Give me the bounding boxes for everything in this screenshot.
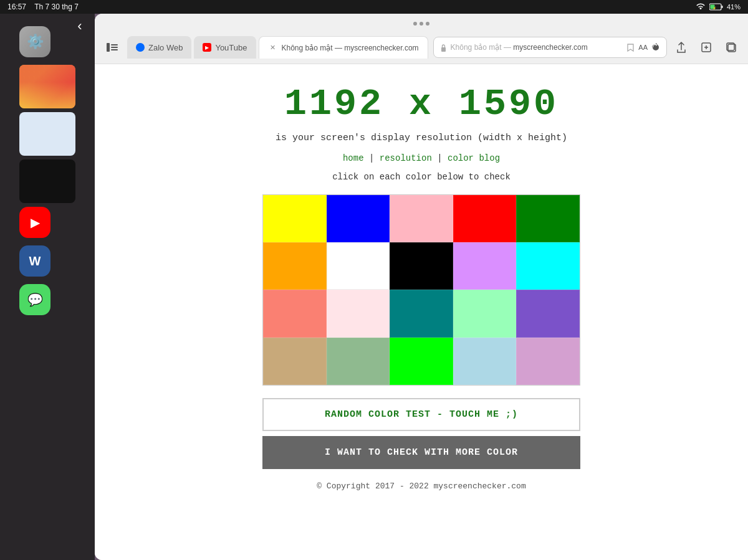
toolbar-actions [672,38,741,57]
wifi-icon [696,3,706,11]
svg-rect-1 [721,6,722,8]
color-cell-lime[interactable] [390,338,453,385]
nav-color-blog[interactable]: color blog [448,153,500,163]
youtube-tab-icon: ▶ [203,43,211,52]
svg-rect-8 [441,47,446,52]
app-thumb-dark[interactable] [19,159,75,203]
resolution-display: 1192 x 1590 [147,83,696,125]
color-cell-cyan[interactable] [516,242,580,290]
app-icon-settings[interactable]: ⚙️ [19,26,50,57]
color-cell-orange[interactable] [263,242,327,290]
reload-icon[interactable] [651,43,660,52]
color-cell-lightblue[interactable] [453,338,517,385]
nav-resolution[interactable]: resolution [380,153,432,163]
color-cell-lavender[interactable] [453,242,517,290]
tab-screenchecker[interactable]: ✕ Không bảo mật — myscreenchecker.com [259,36,428,59]
status-right: ⚡ 41% [696,3,741,11]
screenchecker-tab-label: Không bảo mật — myscreenchecker.com [282,44,419,52]
app-icon-messages[interactable]: 💬 [19,284,50,315]
date: Th 7 30 thg 7 [34,2,79,11]
dot-2 [420,22,423,26]
battery-icon: ⚡ [709,3,723,11]
left-panel: ⚙️ ▶ W 💬 [0,14,95,560]
status-bar: 16:57 Th 7 30 thg 7 ⚡ 41% [0,0,748,14]
domain-text: myscreenchecker.com [513,43,587,52]
color-cell-teal[interactable] [390,290,453,337]
app-icon-word[interactable]: W [19,245,50,277]
screenchecker-tab-close-icon[interactable]: ✕ [268,43,278,53]
time: 16:57 [7,2,26,11]
color-cell-green[interactable] [516,195,580,242]
address-text: Không bảo mật — myscreenchecker.com [451,43,623,52]
color-cell-salmon[interactable] [263,290,327,337]
nav-links: home | resolution | color blog [147,153,696,163]
browser-chrome: Zalo Web ▶ YouTube ✕ Không bảo mật — mys… [95,14,748,64]
browser-top-bar [95,14,748,31]
resolution-subtitle: is your screen's display resolution (wid… [147,133,696,143]
dot-3 [426,22,429,26]
color-cell-black[interactable] [390,242,453,290]
svg-rect-6 [111,47,118,48]
color-cell-blush[interactable] [327,290,390,337]
browser-toolbar: Zalo Web ▶ YouTube ✕ Không bảo mật — mys… [95,31,748,64]
text-size-button[interactable]: AA [638,44,648,51]
instruction-text: click on each color below to check [147,172,696,182]
color-cell-blue[interactable] [327,195,390,242]
nav-sep-1: | [369,153,380,163]
back-button[interactable]: ‹ [67,14,92,39]
address-bar[interactable]: Không bảo mật — myscreenchecker.com AA [433,37,667,58]
dot-1 [413,22,417,26]
tab-zalo[interactable]: Zalo Web [127,36,191,59]
svg-rect-5 [111,44,118,45]
color-grid [262,194,580,386]
tabs-area: Zalo Web ▶ YouTube ✕ Không bảo mật — mys… [127,36,428,59]
svg-text:⚡: ⚡ [712,6,716,11]
color-cell-red[interactable] [453,195,517,242]
page-wrapper: 1192 x 1590 is your screen's display res… [135,64,708,510]
color-cell-mauve[interactable] [516,338,580,385]
color-cell-mint[interactable] [453,290,517,337]
color-cell-pink[interactable] [390,195,453,242]
tab-youtube[interactable]: ▶ YouTube [194,36,256,59]
svg-rect-4 [107,43,110,52]
app-thumb-news[interactable] [19,65,75,108]
browser-window: Zalo Web ▶ YouTube ✕ Không bảo mật — mys… [95,14,748,560]
status-time: 16:57 Th 7 30 thg 7 [7,2,79,11]
color-cell-sage[interactable] [327,338,390,385]
battery-percent: 41% [727,3,741,11]
bookmark-icon[interactable] [626,43,635,52]
svg-rect-7 [111,49,118,50]
color-cell-yellow[interactable] [263,195,327,242]
app-icon-youtube[interactable]: ▶ [19,207,50,238]
youtube-tab-label: YouTube [215,43,247,52]
random-color-button[interactable]: RANDOM COLOR TEST - TOUCH ME ;) [262,398,580,431]
app-thumb-chat[interactable] [19,112,75,156]
share-button[interactable] [672,38,691,57]
browser-content: 1192 x 1590 is your screen's display res… [95,64,748,560]
nav-home[interactable]: home [343,153,364,163]
color-cell-white[interactable] [327,242,390,290]
zalo-tab-icon [136,43,145,52]
lock-icon [440,44,447,52]
sidebar-toggle-button[interactable] [102,37,122,57]
copyright-text: © Copyright 2017 - 2022 myscreenchecker.… [147,482,696,491]
new-tab-button[interactable] [697,38,716,57]
tabs-button[interactable] [722,38,741,57]
more-color-button[interactable]: I WANT TO CHECK WITH MORE COLOR [262,436,580,469]
nav-sep-2: | [437,153,448,163]
zalo-tab-label: Zalo Web [148,43,183,52]
color-cell-purple[interactable] [516,290,580,337]
color-cell-tan[interactable] [263,338,327,385]
